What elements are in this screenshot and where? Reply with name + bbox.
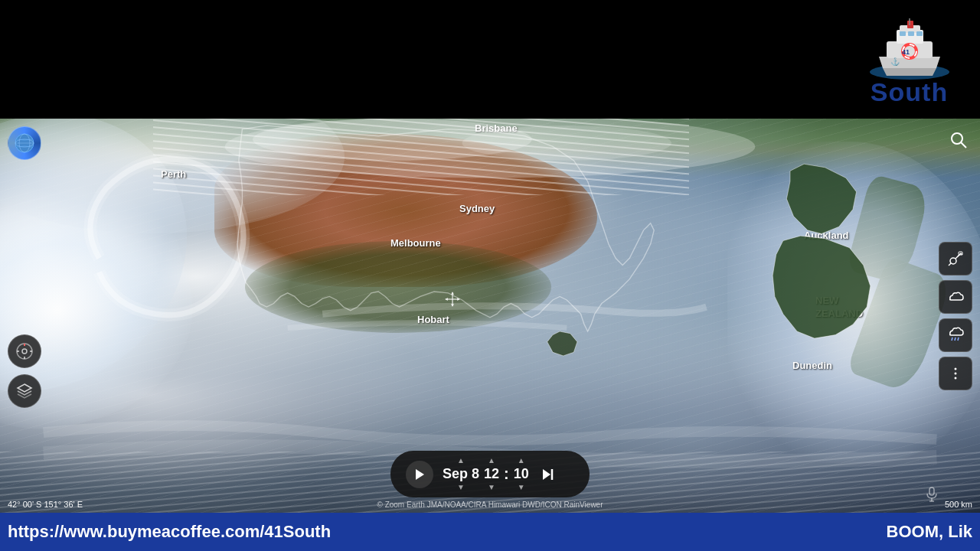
svg-marker-45 — [445, 298, 448, 301]
play-button[interactable] — [406, 461, 433, 488]
scale-display: 500 km — [945, 500, 972, 509]
bottom-right-text: BOOM, Lik — [887, 522, 980, 542]
svg-rect-7 — [907, 21, 913, 28]
svg-line-35 — [958, 337, 959, 341]
svg-marker-43 — [451, 292, 454, 295]
next-button[interactable] — [538, 463, 561, 486]
coordinates-display: 42° 00' S 151° 36' E — [8, 500, 83, 509]
minute-value: 10 — [514, 466, 529, 482]
globe-button[interactable] — [8, 126, 41, 160]
logo-ship: 41 ⚓ — [864, 12, 956, 81]
map-controls-right — [939, 242, 972, 390]
time-colon: : — [504, 465, 509, 483]
hour-value: 12 — [484, 466, 499, 482]
search-button[interactable] — [945, 126, 972, 154]
satellite-toggle-button[interactable] — [939, 242, 972, 276]
svg-text:41: 41 — [901, 48, 909, 56]
compass-button[interactable] — [8, 334, 41, 368]
svg-rect-4 — [900, 31, 906, 36]
svg-marker-47 — [416, 469, 424, 480]
top-bar: 41 ⚓ South — [0, 0, 980, 119]
svg-point-39 — [952, 133, 962, 144]
layers-button[interactable] — [8, 374, 41, 408]
svg-point-36 — [955, 367, 957, 370]
cloud-layer-button[interactable] — [939, 280, 972, 314]
svg-line-40 — [961, 142, 966, 148]
svg-point-22 — [22, 349, 27, 354]
date-up-arrow[interactable]: ▲ — [457, 457, 465, 465]
bottom-left-link[interactable]: https://www.buymeacoffee.com/41South — [0, 522, 331, 542]
minute-up-arrow[interactable]: ▲ — [518, 457, 525, 465]
map-controls-left — [8, 126, 41, 408]
more-options-button[interactable] — [939, 357, 972, 390]
rain-layer-button[interactable] — [939, 318, 972, 352]
logo-area: 41 ⚓ South — [846, 6, 972, 113]
svg-marker-48 — [543, 469, 550, 480]
bottom-bar: https://www.buymeacoffee.com/41South BOO… — [0, 513, 980, 551]
minute-column: ▲ 10 ▼ — [514, 457, 529, 491]
svg-text:⚓: ⚓ — [890, 57, 900, 67]
svg-rect-6 — [916, 31, 923, 36]
svg-point-27 — [950, 258, 956, 264]
date-down-arrow[interactable]: ▼ — [457, 484, 465, 491]
hour-down-arrow[interactable]: ▼ — [488, 484, 495, 491]
svg-point-37 — [955, 372, 957, 374]
hour-up-arrow[interactable]: ▲ — [488, 457, 495, 465]
svg-rect-5 — [908, 31, 914, 36]
map-container[interactable]: Brisbane Perth Sydney Melbourne Hobart A… — [0, 119, 980, 513]
time-display: ▲ Sep 8 ▼ ▲ 12 ▼ : ▲ 10 ▼ — [443, 457, 529, 491]
hour-column: ▲ 12 ▼ — [484, 457, 499, 491]
svg-line-34 — [955, 337, 956, 341]
date-value: Sep 8 — [443, 466, 479, 482]
minute-down-arrow[interactable]: ▼ — [518, 484, 525, 491]
svg-marker-46 — [457, 298, 460, 301]
svg-rect-50 — [929, 487, 934, 495]
svg-line-32 — [949, 263, 951, 266]
date-column: ▲ Sep 8 ▼ — [443, 457, 479, 491]
move-cursor-icon — [444, 291, 461, 311]
playback-controls: ▲ Sep 8 ▼ ▲ 12 ▼ : ▲ 10 ▼ — [390, 451, 590, 497]
microphone-icon — [926, 487, 938, 505]
svg-marker-44 — [451, 304, 454, 307]
svg-point-38 — [955, 377, 957, 379]
attribution-text: © Zoom Earth JMA/NOAA/CIRA Himawari DWD/… — [377, 500, 603, 509]
logo-text: South — [871, 77, 948, 107]
svg-line-33 — [952, 337, 952, 341]
